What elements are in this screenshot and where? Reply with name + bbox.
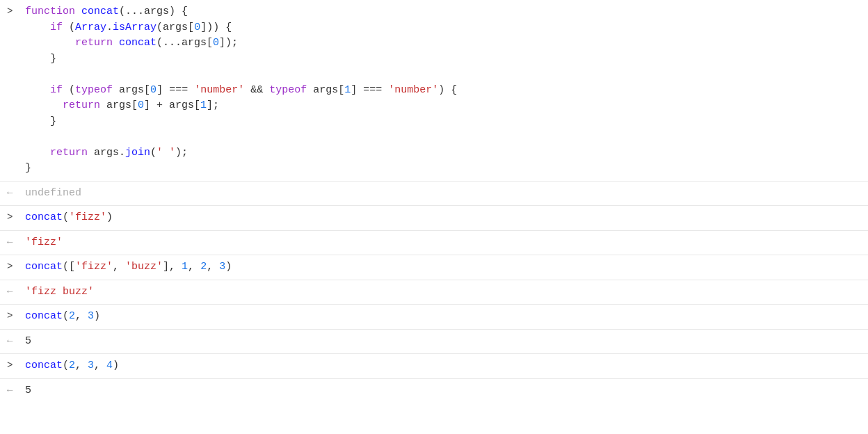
output-block-4: 'fizz' xyxy=(25,232,868,254)
console-line-8: ← 5 xyxy=(0,330,868,355)
prompt-input-5: > xyxy=(0,257,25,277)
code-block-9: concat(2, 3, 4) xyxy=(25,355,868,377)
console-line-4: ← 'fizz' xyxy=(0,231,868,256)
console-line-9: > concat(2, 3, 4) xyxy=(0,354,868,379)
code-block-1: function concat(...args) { if (Array.isA… xyxy=(25,1,868,179)
prompt-output-8: ← xyxy=(0,331,25,351)
output-block-6: 'fizz buzz' xyxy=(25,282,868,303)
console-line-7: > concat(2, 3) xyxy=(0,305,868,330)
console-line-3: > concat('fizz') xyxy=(0,206,868,231)
prompt-output-6: ← xyxy=(0,282,25,302)
code-block-3: concat('fizz') xyxy=(25,207,868,229)
code-block-7: concat(2, 3) xyxy=(25,306,868,328)
prompt-input-3: > xyxy=(0,207,25,227)
output-block-2: undefined xyxy=(25,183,868,204)
console-line-6: ← 'fizz buzz' xyxy=(0,280,868,305)
prompt-input-1: > xyxy=(0,1,25,22)
prompt-output-4: ← xyxy=(0,232,25,252)
prompt-input-9: > xyxy=(0,355,25,376)
console-line-2: ← undefined xyxy=(0,182,868,207)
output-block-10: 5 xyxy=(25,380,868,402)
prompt-output-10: ← xyxy=(0,380,25,401)
console-line-10: ← 5 xyxy=(0,379,868,403)
console-line-1: > function concat(...args) { if (Array.i… xyxy=(0,0,868,182)
console-line-5: > concat(['fizz', 'buzz'], 1, 2, 3) xyxy=(0,255,868,280)
prompt-input-7: > xyxy=(0,306,25,326)
prompt-output-2: ← xyxy=(0,183,25,203)
console-panel[interactable]: > function concat(...args) { if (Array.i… xyxy=(0,0,868,434)
code-block-5: concat(['fizz', 'buzz'], 1, 2, 3) xyxy=(25,257,868,278)
output-block-8: 5 xyxy=(25,331,868,353)
